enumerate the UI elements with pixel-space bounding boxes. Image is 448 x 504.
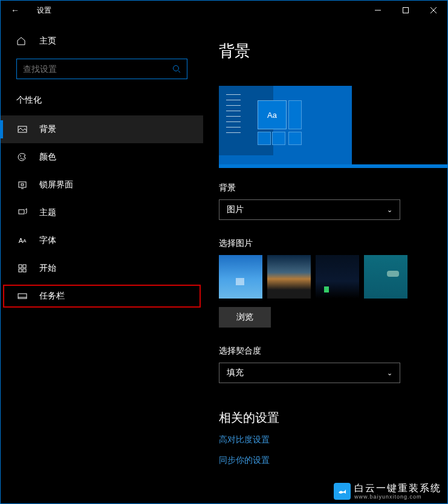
sidebar-item-themes[interactable]: 主题 xyxy=(1,199,203,227)
svg-point-7 xyxy=(21,156,21,157)
sidebar-item-label: 颜色 xyxy=(39,152,56,163)
picture-thumb-3[interactable] xyxy=(316,255,359,299)
fit-dropdown[interactable]: 填充 ⌄ xyxy=(219,363,400,383)
browse-label: 浏览 xyxy=(236,312,253,323)
search-icon xyxy=(172,65,181,73)
preview-tile: Aa xyxy=(258,100,287,129)
chevron-down-icon: ⌄ xyxy=(387,206,392,214)
background-type-dropdown[interactable]: 图片 ⌄ xyxy=(219,199,400,220)
chevron-down-icon: ⌄ xyxy=(387,369,392,377)
lockscreen-icon xyxy=(16,180,28,190)
svg-line-5 xyxy=(178,71,180,73)
sidebar-item-background[interactable]: 背景 xyxy=(1,115,203,143)
watermark-text: 白云一键重装系统 xyxy=(354,483,441,493)
palette-icon xyxy=(16,152,28,162)
svg-rect-14 xyxy=(19,265,22,268)
picture-thumb-2[interactable] xyxy=(267,255,311,299)
window-title: 设置 xyxy=(30,5,51,16)
svg-rect-18 xyxy=(18,294,27,299)
sidebar-item-fonts[interactable]: AA 字体 xyxy=(1,227,203,254)
choose-picture-label: 选择图片 xyxy=(219,238,432,249)
start-icon xyxy=(16,264,28,273)
browse-button[interactable]: 浏览 xyxy=(219,307,271,328)
section-label: 个性化 xyxy=(1,91,203,115)
watermark-url: www.baiyunxitong.com xyxy=(354,494,441,500)
background-type-label: 背景 xyxy=(219,183,432,193)
search-input-container[interactable] xyxy=(16,59,187,79)
svg-rect-10 xyxy=(19,182,26,187)
background-preview: Aa xyxy=(219,86,352,164)
picture-thumbnails xyxy=(219,255,432,299)
minimize-button[interactable] xyxy=(364,1,392,20)
font-icon: AA xyxy=(16,237,28,244)
dropdown-value: 图片 xyxy=(227,204,244,215)
dropdown-value: 填充 xyxy=(227,367,244,378)
sidebar-item-label: 背景 xyxy=(39,124,56,135)
fit-label: 选择契合度 xyxy=(219,346,432,357)
svg-rect-15 xyxy=(23,265,26,268)
sidebar-item-label: 主题 xyxy=(39,207,56,218)
svg-point-4 xyxy=(174,66,179,71)
main-content: 背景 Aa 背景 图片 ⌄ 选择图片 xyxy=(203,20,447,503)
sidebar: 主页 个性化 背景 颜色 xyxy=(1,20,203,503)
brush-icon xyxy=(16,208,28,218)
link-high-contrast[interactable]: 高对比度设置 xyxy=(219,435,432,445)
sidebar-item-colors[interactable]: 颜色 xyxy=(1,143,203,171)
back-button[interactable]: ← xyxy=(1,5,30,15)
svg-rect-12 xyxy=(21,184,24,186)
picture-thumb-1[interactable] xyxy=(219,255,262,299)
search-input[interactable] xyxy=(23,64,172,74)
sidebar-item-label: 锁屏界面 xyxy=(39,179,73,190)
sidebar-item-taskbar[interactable]: 任务栏 xyxy=(1,282,203,310)
taskbar-icon xyxy=(16,291,28,301)
svg-point-8 xyxy=(21,158,22,159)
link-sync-settings[interactable]: 同步你的设置 xyxy=(219,455,432,466)
close-button[interactable] xyxy=(420,1,447,20)
watermark: 白云一键重装系统 www.baiyunxitong.com xyxy=(334,482,441,500)
picture-thumb-4[interactable] xyxy=(364,255,407,299)
sidebar-item-lockscreen[interactable]: 锁屏界面 xyxy=(1,171,203,199)
sidebar-item-label: 开始 xyxy=(39,263,56,274)
svg-rect-17 xyxy=(23,269,26,272)
sidebar-item-label: 任务栏 xyxy=(39,291,65,302)
home-icon xyxy=(16,36,28,46)
sidebar-item-start[interactable]: 开始 xyxy=(1,254,203,282)
svg-rect-16 xyxy=(19,269,22,272)
image-icon xyxy=(16,124,28,134)
svg-point-9 xyxy=(23,159,24,160)
svg-rect-1 xyxy=(403,8,409,13)
related-settings-title: 相关的设置 xyxy=(219,410,432,426)
home-button[interactable]: 主页 xyxy=(1,32,203,55)
maximize-button[interactable] xyxy=(392,1,420,20)
page-title: 背景 xyxy=(219,40,432,62)
sidebar-item-label: 字体 xyxy=(39,235,56,246)
watermark-badge-icon xyxy=(334,483,351,500)
svg-rect-13 xyxy=(19,210,24,214)
home-label: 主页 xyxy=(39,36,56,47)
